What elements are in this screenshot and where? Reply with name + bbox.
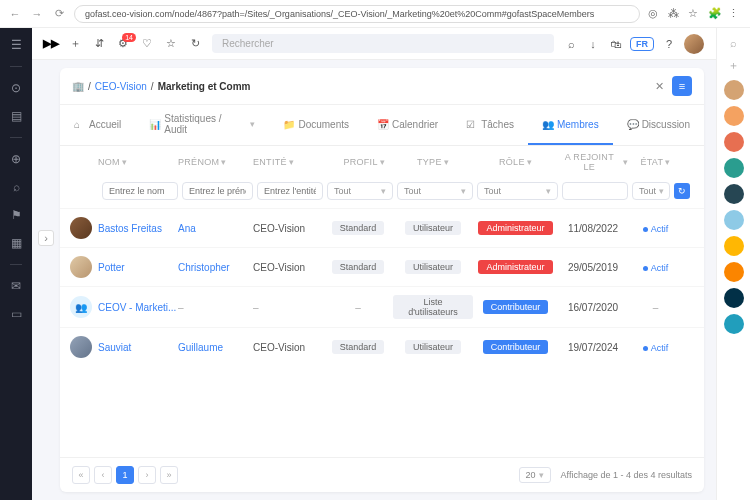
page-prev[interactable]: ‹ [94,466,112,484]
breadcrumb-root[interactable]: CEO-Vision [95,81,147,92]
user-avatar[interactable] [684,34,704,54]
fast-forward-icon[interactable]: ▶▶ [44,37,58,51]
table-header: NOM▾ PRÉNOM▾ ENTITÉ▾ PROFIL▾ TYPE▾ RÔLE▾… [60,146,704,178]
forward-button[interactable]: → [30,7,44,21]
tab-accueil[interactable]: ⌂Accueil [60,105,135,145]
presence-avatar[interactable] [724,262,744,282]
col-prenom[interactable]: PRÉNOM▾ [178,157,253,167]
pagination: « ‹ 1 › » [72,466,178,484]
member-nom[interactable]: Bastos Freitas [98,223,162,234]
cart-icon[interactable]: 🛍 [608,37,622,51]
help-icon[interactable]: ? [662,37,676,51]
top-toolbar: ▶▶ ＋ ⇵ ⚙14 ♡ ☆ ↻ Rechercher ⌕ ↓ 🛍 FR ? [32,28,716,60]
filter-prenom[interactable] [182,182,253,200]
member-nom[interactable]: Potter [98,262,125,273]
page-1[interactable]: 1 [116,466,134,484]
member-etat: Actif [628,223,683,234]
tab-calendrier[interactable]: 📅Calendrier [363,105,452,145]
collapse-sidebar-button[interactable]: › [38,230,54,246]
globe-icon[interactable]: ⊕ [9,152,23,166]
star-icon[interactable]: ☆ [164,37,178,51]
filter-role[interactable]: Tout▾ [477,182,558,200]
member-role[interactable]: Contributeur [473,340,558,354]
menu-icon[interactable]: ☰ [9,38,23,52]
dashboard-icon[interactable]: ⊙ [9,81,23,95]
member-role[interactable]: Administrateur [473,221,558,235]
search-input[interactable]: Rechercher [212,34,554,53]
presence-avatar[interactable] [724,314,744,334]
filter-etat[interactable]: Tout▾ [632,182,670,200]
member-entite: – [253,302,323,313]
bell-icon[interactable]: ♡ [140,37,154,51]
group-icon: 👥 [70,296,92,318]
page-size-select[interactable]: 20▾ [519,467,551,483]
history-icon[interactable]: ↻ [188,37,202,51]
gear-icon[interactable]: ⚙14 [116,37,130,51]
member-entite: CEO-Vision [253,223,323,234]
url-bar[interactable]: gofast.ceo-vision.com/node/4867?path=/Si… [74,5,640,23]
search-icon[interactable]: ⌕ [727,36,741,50]
member-prenom[interactable]: Christopher [178,262,230,273]
filter-profil[interactable]: Tout▾ [327,182,393,200]
bookmark-icon[interactable]: ☆ [688,7,702,21]
page-next[interactable]: › [138,466,156,484]
filter-entite[interactable] [257,182,323,200]
extensions-icon[interactable]: 🧩 [708,7,722,21]
list-icon[interactable]: ▤ [9,109,23,123]
tab-documents[interactable]: 📁Documents [269,105,363,145]
left-rail: ☰ ⊙ ▤ ⊕ ⌕ ⚑ ▦ ✉ ▭ [0,28,32,500]
download-icon[interactable]: ↓ [586,37,600,51]
reset-filters-button[interactable]: ↻ [674,183,690,199]
col-role[interactable]: RÔLE▾ [473,157,558,167]
tree-icon[interactable]: ⇵ [92,37,106,51]
tab-taches[interactable]: ☑Tâches [452,105,528,145]
tab-stats[interactable]: 📊Statistiques / Audit▾ [135,105,269,145]
presence-avatar[interactable] [724,288,744,308]
flag-icon[interactable]: ⚑ [9,208,23,222]
translate-icon[interactable]: ⁂ [668,7,682,21]
back-button[interactable]: ← [8,7,22,21]
add-icon[interactable]: ＋ [68,37,82,51]
col-nom[interactable]: NOM▾ [98,157,178,167]
col-entite[interactable]: ENTITÉ▾ [253,157,323,167]
member-nom[interactable]: Sauviat [98,342,131,353]
presence-avatar[interactable] [724,210,744,230]
filter-nom[interactable] [102,182,178,200]
card-icon[interactable]: ▭ [9,307,23,321]
menu-icon[interactable]: ⋮ [728,7,742,21]
extension-icon[interactable]: ◎ [648,7,662,21]
chat-icon[interactable]: ✉ [9,279,23,293]
member-date: 16/07/2020 [558,302,628,313]
users-icon: 👥 [542,119,552,129]
action-button[interactable]: ≡ [672,76,692,96]
member-prenom[interactable]: Ana [178,223,196,234]
lang-badge[interactable]: FR [630,37,654,51]
reload-button[interactable]: ⟳ [52,7,66,21]
col-type[interactable]: TYPE▾ [393,157,473,167]
tab-membres[interactable]: 👥Membres [528,105,613,145]
member-nom[interactable]: CEOV - Marketi... [98,302,176,313]
add-icon[interactable]: ＋ [727,58,741,72]
search-icon[interactable]: ⌕ [9,180,23,194]
search-nav-icon[interactable]: ⌕ [564,37,578,51]
presence-avatar[interactable] [724,158,744,178]
member-prenom[interactable]: Guillaume [178,342,223,353]
page-last[interactable]: » [160,466,178,484]
presence-avatar[interactable] [724,184,744,204]
tab-discussion[interactable]: 💬Discussion [613,105,704,145]
col-date[interactable]: A REJOINT LE▾ [558,152,628,172]
presence-avatar[interactable] [724,236,744,256]
presence-avatar[interactable] [724,80,744,100]
member-role[interactable]: Contributeur [473,300,558,314]
presence-avatar[interactable] [724,106,744,126]
filter-date[interactable] [562,182,628,200]
col-profil[interactable]: PROFIL▾ [323,157,393,167]
page-first[interactable]: « [72,466,90,484]
filter-type[interactable]: Tout▾ [397,182,473,200]
close-icon[interactable]: ✕ [652,79,666,93]
col-etat[interactable]: ÉTAT▾ [628,157,683,167]
table-row: 👥 CEOV - Marketi... – – – Liste d'utilis… [60,286,704,327]
grid-icon[interactable]: ▦ [9,236,23,250]
presence-avatar[interactable] [724,132,744,152]
member-role[interactable]: Administrateur [473,260,558,274]
